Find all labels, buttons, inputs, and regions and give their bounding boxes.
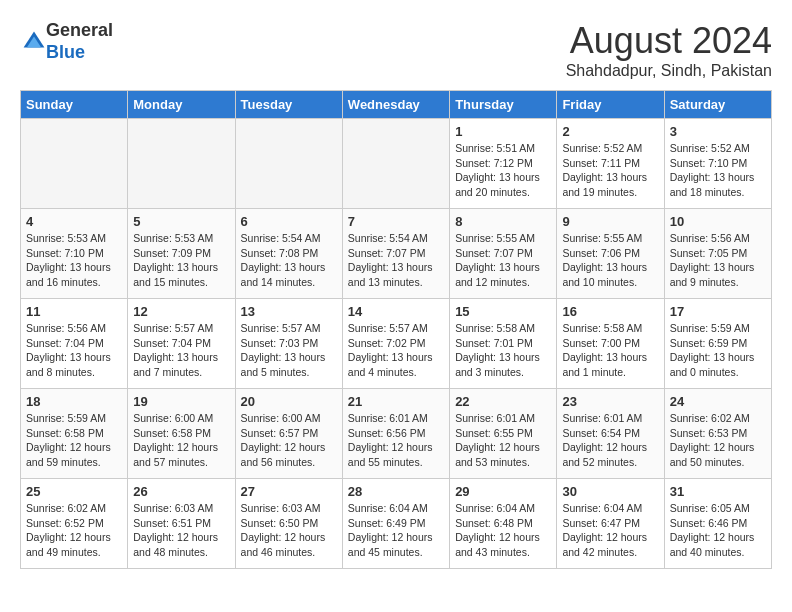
location: Shahdadpur, Sindh, Pakistan: [566, 62, 772, 80]
day-header-thursday: Thursday: [450, 91, 557, 119]
day-info: Sunrise: 6:02 AM Sunset: 6:52 PM Dayligh…: [26, 501, 122, 560]
day-info: Sunrise: 6:03 AM Sunset: 6:50 PM Dayligh…: [241, 501, 337, 560]
day-cell: 30Sunrise: 6:04 AM Sunset: 6:47 PM Dayli…: [557, 479, 664, 569]
day-info: Sunrise: 5:57 AM Sunset: 7:04 PM Dayligh…: [133, 321, 229, 380]
day-number: 22: [455, 394, 551, 409]
day-number: 10: [670, 214, 766, 229]
title-block: August 2024 Shahdadpur, Sindh, Pakistan: [566, 20, 772, 80]
day-number: 12: [133, 304, 229, 319]
day-cell: 12Sunrise: 5:57 AM Sunset: 7:04 PM Dayli…: [128, 299, 235, 389]
day-info: Sunrise: 5:55 AM Sunset: 7:06 PM Dayligh…: [562, 231, 658, 290]
logo-general: General: [46, 20, 113, 40]
day-number: 16: [562, 304, 658, 319]
week-row-4: 18Sunrise: 5:59 AM Sunset: 6:58 PM Dayli…: [21, 389, 772, 479]
day-header-monday: Monday: [128, 91, 235, 119]
day-cell: 19Sunrise: 6:00 AM Sunset: 6:58 PM Dayli…: [128, 389, 235, 479]
day-cell: 18Sunrise: 5:59 AM Sunset: 6:58 PM Dayli…: [21, 389, 128, 479]
day-cell: 6Sunrise: 5:54 AM Sunset: 7:08 PM Daylig…: [235, 209, 342, 299]
day-info: Sunrise: 5:59 AM Sunset: 6:58 PM Dayligh…: [26, 411, 122, 470]
day-number: 15: [455, 304, 551, 319]
day-info: Sunrise: 6:01 AM Sunset: 6:56 PM Dayligh…: [348, 411, 444, 470]
day-cell: 9Sunrise: 5:55 AM Sunset: 7:06 PM Daylig…: [557, 209, 664, 299]
day-info: Sunrise: 6:01 AM Sunset: 6:54 PM Dayligh…: [562, 411, 658, 470]
day-number: 11: [26, 304, 122, 319]
day-header-saturday: Saturday: [664, 91, 771, 119]
day-number: 28: [348, 484, 444, 499]
day-number: 4: [26, 214, 122, 229]
day-number: 7: [348, 214, 444, 229]
page-header: General Blue August 2024 Shahdadpur, Sin…: [20, 20, 772, 80]
day-info: Sunrise: 6:03 AM Sunset: 6:51 PM Dayligh…: [133, 501, 229, 560]
day-info: Sunrise: 5:56 AM Sunset: 7:05 PM Dayligh…: [670, 231, 766, 290]
day-info: Sunrise: 6:01 AM Sunset: 6:55 PM Dayligh…: [455, 411, 551, 470]
day-info: Sunrise: 5:57 AM Sunset: 7:03 PM Dayligh…: [241, 321, 337, 380]
day-cell: 23Sunrise: 6:01 AM Sunset: 6:54 PM Dayli…: [557, 389, 664, 479]
day-number: 18: [26, 394, 122, 409]
day-header-sunday: Sunday: [21, 91, 128, 119]
day-number: 21: [348, 394, 444, 409]
day-cell: 29Sunrise: 6:04 AM Sunset: 6:48 PM Dayli…: [450, 479, 557, 569]
day-number: 17: [670, 304, 766, 319]
day-info: Sunrise: 6:00 AM Sunset: 6:58 PM Dayligh…: [133, 411, 229, 470]
day-cell: 16Sunrise: 5:58 AM Sunset: 7:00 PM Dayli…: [557, 299, 664, 389]
day-cell: 22Sunrise: 6:01 AM Sunset: 6:55 PM Dayli…: [450, 389, 557, 479]
day-number: 31: [670, 484, 766, 499]
day-cell: [21, 119, 128, 209]
day-cell: 17Sunrise: 5:59 AM Sunset: 6:59 PM Dayli…: [664, 299, 771, 389]
day-number: 24: [670, 394, 766, 409]
day-info: Sunrise: 6:04 AM Sunset: 6:47 PM Dayligh…: [562, 501, 658, 560]
day-cell: 31Sunrise: 6:05 AM Sunset: 6:46 PM Dayli…: [664, 479, 771, 569]
day-cell: 1Sunrise: 5:51 AM Sunset: 7:12 PM Daylig…: [450, 119, 557, 209]
day-info: Sunrise: 6:02 AM Sunset: 6:53 PM Dayligh…: [670, 411, 766, 470]
header-row: SundayMondayTuesdayWednesdayThursdayFrid…: [21, 91, 772, 119]
day-number: 26: [133, 484, 229, 499]
day-info: Sunrise: 5:59 AM Sunset: 6:59 PM Dayligh…: [670, 321, 766, 380]
day-number: 25: [26, 484, 122, 499]
day-cell: 2Sunrise: 5:52 AM Sunset: 7:11 PM Daylig…: [557, 119, 664, 209]
day-cell: [342, 119, 449, 209]
day-cell: 5Sunrise: 5:53 AM Sunset: 7:09 PM Daylig…: [128, 209, 235, 299]
day-header-friday: Friday: [557, 91, 664, 119]
day-info: Sunrise: 6:04 AM Sunset: 6:49 PM Dayligh…: [348, 501, 444, 560]
day-header-wednesday: Wednesday: [342, 91, 449, 119]
day-number: 5: [133, 214, 229, 229]
day-cell: 7Sunrise: 5:54 AM Sunset: 7:07 PM Daylig…: [342, 209, 449, 299]
day-info: Sunrise: 5:54 AM Sunset: 7:08 PM Dayligh…: [241, 231, 337, 290]
week-row-3: 11Sunrise: 5:56 AM Sunset: 7:04 PM Dayli…: [21, 299, 772, 389]
day-cell: 28Sunrise: 6:04 AM Sunset: 6:49 PM Dayli…: [342, 479, 449, 569]
day-cell: 15Sunrise: 5:58 AM Sunset: 7:01 PM Dayli…: [450, 299, 557, 389]
day-cell: 13Sunrise: 5:57 AM Sunset: 7:03 PM Dayli…: [235, 299, 342, 389]
day-number: 8: [455, 214, 551, 229]
day-cell: 20Sunrise: 6:00 AM Sunset: 6:57 PM Dayli…: [235, 389, 342, 479]
logo-icon: [22, 30, 46, 54]
day-cell: 8Sunrise: 5:55 AM Sunset: 7:07 PM Daylig…: [450, 209, 557, 299]
day-cell: [128, 119, 235, 209]
day-info: Sunrise: 5:53 AM Sunset: 7:09 PM Dayligh…: [133, 231, 229, 290]
day-info: Sunrise: 5:57 AM Sunset: 7:02 PM Dayligh…: [348, 321, 444, 380]
logo: General Blue: [20, 20, 113, 63]
day-cell: 27Sunrise: 6:03 AM Sunset: 6:50 PM Dayli…: [235, 479, 342, 569]
day-info: Sunrise: 5:52 AM Sunset: 7:11 PM Dayligh…: [562, 141, 658, 200]
day-cell: 21Sunrise: 6:01 AM Sunset: 6:56 PM Dayli…: [342, 389, 449, 479]
day-number: 3: [670, 124, 766, 139]
day-info: Sunrise: 6:00 AM Sunset: 6:57 PM Dayligh…: [241, 411, 337, 470]
week-row-5: 25Sunrise: 6:02 AM Sunset: 6:52 PM Dayli…: [21, 479, 772, 569]
day-cell: 11Sunrise: 5:56 AM Sunset: 7:04 PM Dayli…: [21, 299, 128, 389]
day-cell: 10Sunrise: 5:56 AM Sunset: 7:05 PM Dayli…: [664, 209, 771, 299]
day-info: Sunrise: 5:52 AM Sunset: 7:10 PM Dayligh…: [670, 141, 766, 200]
day-number: 30: [562, 484, 658, 499]
week-row-2: 4Sunrise: 5:53 AM Sunset: 7:10 PM Daylig…: [21, 209, 772, 299]
day-number: 2: [562, 124, 658, 139]
day-cell: 25Sunrise: 6:02 AM Sunset: 6:52 PM Dayli…: [21, 479, 128, 569]
day-info: Sunrise: 5:58 AM Sunset: 7:00 PM Dayligh…: [562, 321, 658, 380]
day-header-tuesday: Tuesday: [235, 91, 342, 119]
logo-blue: Blue: [46, 42, 85, 62]
day-number: 14: [348, 304, 444, 319]
day-info: Sunrise: 6:05 AM Sunset: 6:46 PM Dayligh…: [670, 501, 766, 560]
day-info: Sunrise: 6:04 AM Sunset: 6:48 PM Dayligh…: [455, 501, 551, 560]
day-cell: 3Sunrise: 5:52 AM Sunset: 7:10 PM Daylig…: [664, 119, 771, 209]
day-info: Sunrise: 5:58 AM Sunset: 7:01 PM Dayligh…: [455, 321, 551, 380]
day-number: 9: [562, 214, 658, 229]
day-info: Sunrise: 5:53 AM Sunset: 7:10 PM Dayligh…: [26, 231, 122, 290]
day-info: Sunrise: 5:56 AM Sunset: 7:04 PM Dayligh…: [26, 321, 122, 380]
